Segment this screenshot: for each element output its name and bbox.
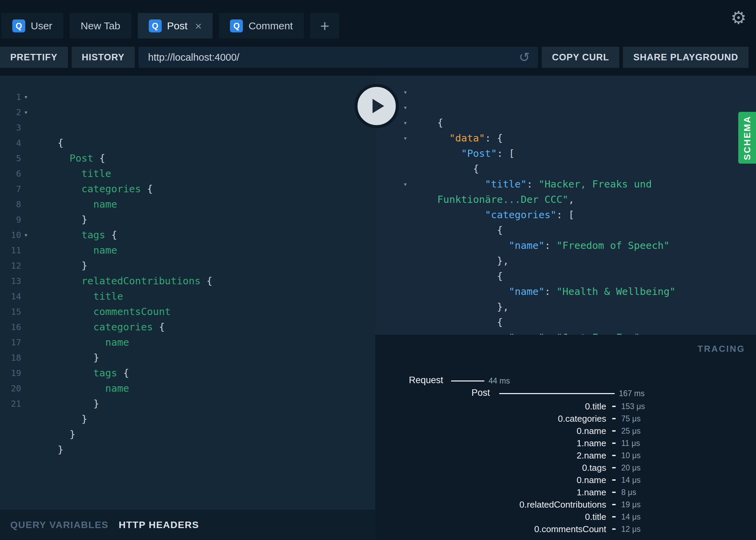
line-number: 12 xyxy=(0,258,21,273)
tracing-row-label: 0.name xyxy=(577,425,606,437)
query-line[interactable]: 12 commentsCount xyxy=(0,258,375,273)
prettify-button[interactable]: PRETTIFY xyxy=(0,47,68,68)
history-button[interactable]: HISTORY xyxy=(72,47,135,68)
line-number: 14 xyxy=(0,289,21,304)
line-number: 21 xyxy=(0,396,21,411)
playground-tab[interactable]: Q User xyxy=(1,13,63,39)
tracing-row: 0.name 14 μs xyxy=(375,474,756,486)
query-line[interactable]: 10 ▾ relatedContributions { xyxy=(0,227,375,243)
query-line[interactable]: 14 name xyxy=(0,289,375,304)
share-playground-button[interactable]: SHARE PLAYGROUND xyxy=(623,47,748,68)
response-line: "name": "Freedom of Speech" xyxy=(375,207,756,223)
tracing-row-tick xyxy=(612,504,616,505)
tracing-row-value: 14 μs xyxy=(621,474,641,486)
tracing-request-bar xyxy=(451,380,484,381)
tracing-row-label: 0.relatedContributions xyxy=(520,498,606,511)
query-line[interactable]: 3 title xyxy=(0,120,375,135)
tracing-row: 0.name 25 μs xyxy=(375,425,756,437)
graphql-playground: Q User New Tab Q Post × Q Comment + ⚙ PR… xyxy=(0,0,756,540)
tab-bar: Q User New Tab Q Post × Q Comment + ⚙ xyxy=(0,0,756,39)
tracing-request-label: Request xyxy=(375,375,443,386)
query-variables-tab[interactable]: QUERY VARIABLES xyxy=(10,520,108,530)
http-headers-tab[interactable]: HTTP HEADERS xyxy=(119,520,199,530)
tracing-row-value: 25 μs xyxy=(621,425,641,437)
playground-tab[interactable]: New Tab xyxy=(70,13,131,39)
query-line[interactable]: 4 categories { xyxy=(0,135,375,151)
execute-query-button[interactable] xyxy=(354,84,399,128)
response-lines: ▾ { ▾ "data": { ▾ "Post": [ ▾ { "title":… xyxy=(375,85,756,335)
fold-caret-icon[interactable]: ▾ xyxy=(403,115,407,131)
fold-caret-icon[interactable]: ▾ xyxy=(24,105,28,120)
fold-caret-icon[interactable]: ▾ xyxy=(403,131,407,146)
query-line[interactable]: 19 } xyxy=(0,365,375,381)
fold-caret-icon[interactable]: ▾ xyxy=(24,227,28,243)
line-number: 1 xyxy=(0,89,21,105)
query-line[interactable]: 2 ▾ Post { xyxy=(0,105,375,120)
tracing-row-tick xyxy=(612,442,616,444)
playground-tab[interactable]: Q Post × xyxy=(138,13,213,39)
tracing-row-tick xyxy=(612,418,616,419)
tracing-row-tick xyxy=(612,467,616,468)
tracing-row-value: 10 μs xyxy=(621,449,641,462)
tracing-row-value: 153 μs xyxy=(621,400,645,412)
tracing-row: 1.name 8 μs xyxy=(375,486,756,498)
line-number: 11 xyxy=(0,243,21,258)
tab-close-icon[interactable]: × xyxy=(195,20,202,32)
tab-label: Comment xyxy=(248,20,293,32)
fold-caret-icon[interactable]: ▾ xyxy=(24,89,28,105)
tracing-row-value: 11 μs xyxy=(621,437,640,449)
tracing-row-label: 1.name xyxy=(577,486,606,498)
line-number: 10 xyxy=(0,227,21,243)
query-line[interactable]: 15 } xyxy=(0,304,375,319)
query-line[interactable]: 5 name xyxy=(0,151,375,166)
query-line[interactable]: 11 title xyxy=(0,243,375,258)
new-tab-button[interactable]: + xyxy=(310,13,339,39)
tracing-row: 0.categories 75 μs xyxy=(375,412,756,425)
tracing-panel: TRACING Request 44 ms Post 167 ms 0.titl… xyxy=(375,335,756,540)
tracing-row: 0.tags 20 μs xyxy=(375,462,756,474)
query-line[interactable]: 18 } xyxy=(0,350,375,365)
response-line: }, xyxy=(375,269,756,284)
tracing-row: 2.name 10 μs xyxy=(375,449,756,462)
response-line: ▾ { xyxy=(375,131,756,146)
endpoint-url-input[interactable]: http://localhost:4000/ ↺ xyxy=(139,47,538,68)
line-number: 8 xyxy=(0,197,21,212)
response-line: } xyxy=(375,315,756,330)
query-line[interactable]: 1 ▾ { xyxy=(0,89,375,105)
tab-list: Q User New Tab Q Post × Q Comment xyxy=(1,13,304,39)
fold-caret-icon[interactable]: ▾ xyxy=(403,85,407,100)
query-line[interactable]: 6 } xyxy=(0,166,375,181)
tracing-row: 1.name 11 μs xyxy=(375,437,756,449)
schema-tab-label: SCHEMA xyxy=(742,116,753,160)
tab-label: New Tab xyxy=(81,20,120,32)
tracing-row-tick xyxy=(612,516,616,518)
query-line[interactable]: 13 categories { xyxy=(0,273,375,289)
fold-caret-icon[interactable]: ▾ xyxy=(403,177,407,192)
line-number: 6 xyxy=(0,166,21,181)
tracing-row-label: 0.tags xyxy=(582,462,606,474)
query-line[interactable]: 9 } xyxy=(0,212,375,227)
endpoint-url-value: http://localhost:4000/ xyxy=(148,52,239,63)
fold-caret-icon[interactable]: ▾ xyxy=(403,100,407,115)
query-line[interactable]: 17 name xyxy=(0,335,375,350)
tab-label: Post xyxy=(167,20,188,32)
tracing-row-tick xyxy=(612,430,616,432)
query-lines: 1 ▾ { 2 ▾ Post { 3 title 4 categories { … xyxy=(0,89,375,411)
line-number: 4 xyxy=(0,135,21,151)
copy-curl-button[interactable]: COPY CURL xyxy=(542,47,620,68)
code-text: } xyxy=(58,413,87,425)
tracing-row-tick xyxy=(612,479,616,481)
play-icon xyxy=(373,99,384,113)
playground-tab[interactable]: Q Comment xyxy=(219,13,304,39)
settings-gear-icon[interactable]: ⚙ xyxy=(730,9,746,27)
refresh-schema-icon[interactable]: ↺ xyxy=(519,51,530,64)
query-line[interactable]: 16 tags { xyxy=(0,319,375,335)
schema-sidebar-tab[interactable]: SCHEMA xyxy=(738,112,756,164)
query-line[interactable]: 7 tags { xyxy=(0,181,375,197)
query-line[interactable]: 8 name xyxy=(0,197,375,212)
query-line[interactable]: 21 } xyxy=(0,396,375,411)
query-line[interactable]: 20 } xyxy=(0,381,375,396)
tracing-row-tick xyxy=(612,528,616,530)
query-editor[interactable]: 1 ▾ { 2 ▾ Post { 3 title 4 categories { … xyxy=(0,76,375,510)
tracing-row-value: 20 μs xyxy=(621,462,641,474)
